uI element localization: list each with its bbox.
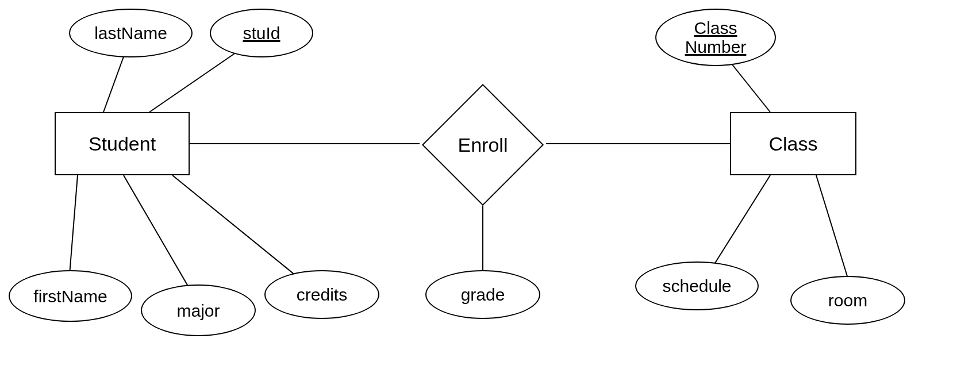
attribute-lastname: lastName	[69, 9, 193, 57]
attribute-classnumber: Class Number	[655, 9, 776, 66]
attribute-room: room	[790, 276, 905, 325]
attribute-major-label: major	[176, 301, 220, 320]
attribute-major: major	[141, 284, 256, 336]
attribute-credits: credits	[264, 270, 379, 319]
svg-line-9	[707, 175, 770, 276]
svg-line-4	[172, 175, 310, 287]
relationship-enroll: Enroll	[440, 102, 526, 188]
attribute-lastname-label: lastName	[94, 24, 167, 43]
entity-student-label: Student	[89, 133, 156, 155]
attribute-stuid: stuId	[210, 9, 313, 57]
attribute-schedule: schedule	[635, 262, 759, 310]
attribute-grade-label: grade	[461, 285, 505, 304]
attribute-credits-label: credits	[297, 285, 347, 304]
attribute-stuid-label: stuId	[243, 24, 280, 43]
relationship-enroll-label: Enroll	[458, 134, 508, 156]
svg-line-3	[124, 175, 195, 299]
attribute-room-label: room	[828, 291, 867, 310]
attribute-grade: grade	[425, 270, 540, 319]
attribute-classnumber-label2: Number	[685, 37, 747, 56]
entity-student: Student	[55, 112, 190, 175]
svg-line-1	[149, 49, 241, 112]
entity-class: Class	[730, 112, 856, 175]
entity-class-label: Class	[768, 133, 817, 155]
svg-line-10	[816, 175, 851, 287]
attribute-classnumber-label1: Class	[694, 18, 737, 37]
attribute-schedule-label: schedule	[662, 276, 731, 295]
attribute-firstname: firstName	[9, 270, 132, 322]
attribute-firstname-label: firstName	[33, 287, 107, 306]
svg-line-2	[69, 175, 78, 282]
svg-line-0	[103, 49, 126, 112]
